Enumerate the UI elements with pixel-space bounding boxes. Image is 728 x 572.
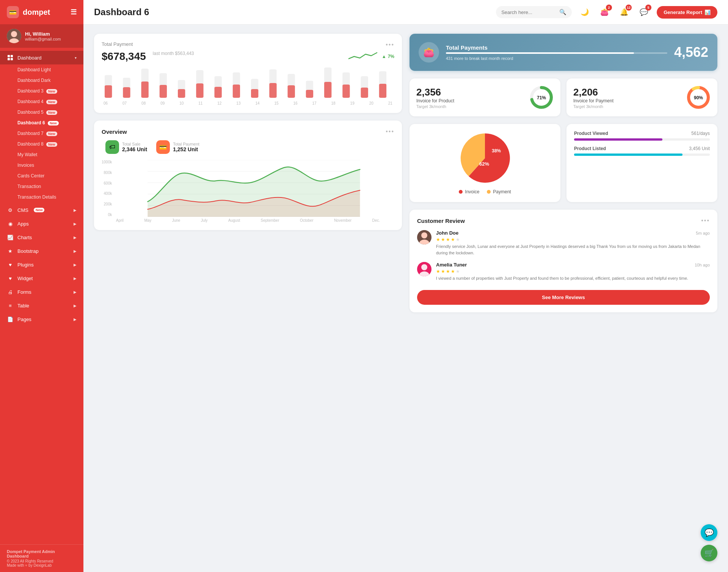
bootstrap-icon: ★: [7, 248, 14, 254]
bar-label-10: 10: [179, 101, 184, 105]
total-sale-icon: 🏷: [105, 140, 119, 154]
star-1-5: ★: [456, 237, 460, 242]
total-payment-sub: last month $563,443: [153, 51, 194, 56]
sidebar-item-apps[interactable]: ◉ Apps ▶: [0, 217, 83, 230]
widget-arrow: ▶: [74, 276, 77, 281]
invoice-payment-donut: 90%: [686, 85, 711, 110]
theme-toggle-button[interactable]: 🌙: [578, 5, 592, 19]
reviewer-2-time: 10h ago: [695, 263, 710, 267]
product-viewed-progress: [574, 138, 710, 141]
cms-icon: ⚙: [7, 207, 14, 213]
footer-madewith: Made with ♥ by DexignLab: [7, 563, 77, 567]
content-left: Total Payment ••• $678,345 last month $5…: [94, 34, 402, 312]
sub-item-my-wallet[interactable]: My Wallet: [0, 149, 83, 160]
area-chart-svg: [113, 160, 394, 217]
sidebar-item-bootstrap[interactable]: ★ Bootstrap ▶: [0, 244, 83, 258]
sub-item-dashboard-3[interactable]: Dashboard 3 New: [0, 86, 83, 96]
sub-item-transaction[interactable]: Transaction: [0, 181, 83, 192]
sub-item-transaction-details[interactable]: Transaction Details: [0, 192, 83, 202]
sub-item-dashboard-6[interactable]: Dashboard 6 New: [0, 118, 83, 128]
sidebar-item-widget[interactable]: ♥ Widget ▶: [0, 271, 83, 285]
total-payment-meta: last month $563,443: [153, 51, 194, 56]
sidebar-item-table[interactable]: ≡ Table ▶: [0, 299, 83, 312]
invoice-product-target: Target 3k/month: [416, 104, 524, 109]
notification-badge: 12: [626, 5, 632, 11]
overview-stats: 🏷 Total Sale 2,346 Unit 💳 Total Payment …: [102, 140, 394, 154]
cms-badge: New: [34, 208, 45, 212]
sidebar-item-dashboard[interactable]: Dashboard ▾: [0, 51, 83, 64]
sub-item-dashboard-light[interactable]: Dashboard Light: [0, 64, 83, 75]
bar-label-19: 19: [350, 101, 355, 105]
bar-label-09: 09: [160, 101, 165, 105]
charts-arrow: ▶: [74, 235, 77, 240]
dashboard-label: Dashboard: [17, 55, 42, 61]
messages-button[interactable]: 💬 5: [637, 5, 651, 19]
float-btns: 💬 🛒: [701, 524, 717, 561]
star-2-2: ★: [441, 269, 445, 274]
pie-chart-svg: 62% 38%: [458, 132, 511, 185]
sidebar-item-pages[interactable]: 📄 Pages ▶: [0, 312, 83, 326]
see-more-reviews-button[interactable]: See More Reviews: [417, 290, 710, 305]
bar-chart-area: 06 07 08 09 10 11 12 13 14 15 16 17: [102, 66, 394, 105]
sidebar-item-charts[interactable]: 📈 Charts ▶: [0, 230, 83, 244]
pie-legend-payment: Payment: [487, 189, 511, 194]
topbar-right: 🔍 🌙 👛 2 🔔 12 💬 5 Generate Report 📊: [496, 5, 717, 19]
charts-icon: 📈: [7, 234, 14, 241]
product-listed-stat: Product Listed 3,456 Unit: [574, 146, 710, 156]
sidebar-item-forms[interactable]: 🖨 Forms ▶: [0, 285, 83, 299]
total-payment-amount: $678,345: [102, 50, 146, 63]
bar-label-12: 12: [217, 101, 221, 105]
total-payment-menu[interactable]: •••: [386, 41, 394, 48]
search-box[interactable]: 🔍: [496, 6, 572, 18]
user-email: william@gmail.com: [25, 37, 61, 41]
review-item-2: Amelia Tuner 10h ago ★ ★ ★ ★ ★ I viewed …: [417, 262, 710, 282]
invoice-product-number: 2,356: [416, 86, 524, 98]
review-item-1: John Doe 5m ago ★ ★ ★ ★ ★ Friendly servi…: [417, 230, 710, 256]
sub-item-dashboard-4[interactable]: Dashboard 4 New: [0, 96, 83, 107]
sub-item-dashboard-dark[interactable]: Dashboard Dark: [0, 75, 83, 86]
generate-report-button[interactable]: Generate Report 📊: [657, 6, 717, 19]
svg-point-1: [11, 31, 17, 37]
page-title: Dashboard 6: [94, 7, 149, 17]
sidebar-nav: Dashboard ▾ Dashboard Light Dashboard Da…: [0, 51, 83, 544]
product-viewed-fill: [574, 138, 662, 141]
y-label-200k: 200k: [102, 202, 112, 206]
bar-label-08: 08: [141, 101, 146, 105]
bar-label-14: 14: [255, 101, 259, 105]
x-november: November: [334, 218, 351, 223]
sidebar-item-plugins[interactable]: ♥ Plugins ▶: [0, 258, 83, 271]
sub-item-cards-center[interactable]: Cards Center: [0, 171, 83, 181]
search-input[interactable]: [501, 9, 556, 15]
invoice-product-donut: 71%: [529, 85, 554, 110]
overview-menu[interactable]: •••: [386, 128, 394, 135]
star-1-3: ★: [446, 237, 450, 242]
forms-arrow: ▶: [74, 290, 77, 294]
reviewer-2-text: I viewed a number of properties with Jus…: [436, 275, 710, 282]
wallet-button[interactable]: 👛 2: [598, 5, 611, 19]
reviewer-1-name: John Doe: [436, 230, 458, 236]
footer-copyright: © 2023 All Rights Reserved: [7, 559, 77, 563]
sidebar-item-cms[interactable]: ⚙ CMS New ▶: [0, 203, 83, 217]
sub-item-dashboard-7[interactable]: Dashboard 7 New: [0, 128, 83, 139]
logo-icon: 💳: [7, 6, 19, 18]
notification-button[interactable]: 🔔 12: [617, 5, 631, 19]
invoice-payment-target: Target 3k/month: [573, 104, 681, 109]
sidebar-header: 💳 dompet ☰: [0, 0, 83, 24]
pages-label: Pages: [17, 317, 31, 322]
content: Total Payment ••• $678,345 last month $5…: [83, 25, 728, 572]
svg-rect-38: [379, 84, 386, 98]
product-listed-label: Product Listed: [574, 146, 606, 151]
sub-item-invoices[interactable]: Invoices: [0, 160, 83, 171]
review-menu[interactable]: •••: [701, 217, 710, 224]
sub-item-dashboard-8[interactable]: Dashboard 8 New: [0, 139, 83, 149]
user-info: Hi, William william@gmail.com: [25, 31, 61, 41]
product-listed-fill: [574, 154, 682, 156]
float-cart-button[interactable]: 🛒: [701, 545, 717, 561]
plugins-arrow: ▶: [74, 263, 77, 267]
hamburger-button[interactable]: ☰: [71, 8, 77, 16]
svg-text:62%: 62%: [479, 161, 489, 167]
topbar: Dashboard 6 🔍 🌙 👛 2 🔔 12 💬 5 Gen: [83, 0, 728, 25]
sub-item-dashboard-5[interactable]: Dashboard 5 New: [0, 107, 83, 118]
plugins-label: Plugins: [17, 262, 34, 268]
float-chat-button[interactable]: 💬: [701, 524, 717, 541]
